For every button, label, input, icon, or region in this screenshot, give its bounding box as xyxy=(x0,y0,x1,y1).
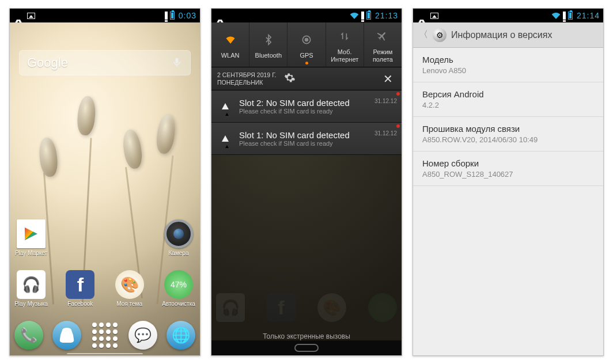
home-indicator xyxy=(67,353,143,355)
unread-dot xyxy=(396,124,400,128)
row-android-version[interactable]: Версия Android 4.2.2 xyxy=(413,82,603,117)
bluetooth-icon xyxy=(259,30,278,50)
toggle-wlan[interactable]: WLAN xyxy=(211,22,249,67)
phone-settings-about: 21:14 〈 ⚙ Информация о версиях Модель Le… xyxy=(413,8,604,356)
battery-icon xyxy=(366,12,371,20)
app-play-market[interactable]: Play Маркет xyxy=(14,219,48,256)
contacts-app-icon[interactable] xyxy=(52,321,81,350)
warning-icon xyxy=(417,12,427,20)
status-bar: 0:03 xyxy=(10,9,200,22)
app-my-theme[interactable]: Моя тема xyxy=(113,270,146,307)
image-icon xyxy=(430,13,438,19)
alert-icon xyxy=(563,12,566,20)
dock xyxy=(14,321,195,350)
settings-button[interactable] xyxy=(284,72,296,85)
settings-header[interactable]: 〈 ⚙ Информация о версиях xyxy=(413,22,603,48)
toggle-label: Режим полета xyxy=(373,48,393,62)
music-icon xyxy=(17,270,46,299)
app-play-music[interactable]: Play Музыка xyxy=(14,270,48,307)
clean-icon: 47% xyxy=(164,270,193,299)
notification-item[interactable]: Slot 1: No SIM card detected Please chec… xyxy=(211,123,402,155)
unread-dot xyxy=(396,92,400,96)
play-store-icon xyxy=(17,219,46,248)
row-model[interactable]: Модель Lenovo A850 xyxy=(413,48,603,82)
google-search-bar[interactable]: Google xyxy=(19,50,191,75)
airplane-icon xyxy=(373,26,392,46)
alert-icon xyxy=(165,12,168,20)
gps-icon xyxy=(297,30,316,50)
date-text: 2 СЕНТЯБРЯ 2019 Г. ПОНЕДЕЛЬНИК xyxy=(217,71,276,85)
facebook-icon: f xyxy=(66,270,94,299)
emergency-calls-text: Только экстренные вызовы xyxy=(211,332,402,340)
svg-point-3 xyxy=(305,39,308,41)
clear-all-button[interactable]: ✕ xyxy=(380,71,396,87)
home-button[interactable] xyxy=(294,344,319,352)
mobile-data-icon xyxy=(335,26,354,46)
app-row-2: Play Музыка f Facebook Моя тема 47% Авто… xyxy=(14,270,195,307)
toggle-gps[interactable]: GPS xyxy=(287,22,326,67)
notification-item[interactable]: Slot 2: No SIM card detected Please chec… xyxy=(211,90,402,123)
indicator-dot xyxy=(305,62,308,65)
svg-rect-0 xyxy=(176,58,179,63)
toggle-airplane[interactable]: Режим полета xyxy=(364,22,402,67)
clock: 21:14 xyxy=(577,11,600,20)
date-row: 2 СЕНТЯБРЯ 2019 Г. ПОНЕДЕЛЬНИК ✕ xyxy=(211,67,402,90)
page-title: Информация о версиях xyxy=(451,30,552,40)
clock: 21:13 xyxy=(375,11,398,20)
alert-icon xyxy=(361,12,364,20)
mic-icon[interactable] xyxy=(171,56,183,70)
camera-icon xyxy=(164,219,193,248)
image-icon xyxy=(27,13,35,19)
app-row-1: Play Маркет Камера xyxy=(14,219,195,256)
clock: 0:03 xyxy=(179,11,196,20)
app-facebook[interactable]: f Facebook xyxy=(63,270,97,307)
quick-toggles: WLAN Bluetooth GPS Моб. Интернет Режим п… xyxy=(211,22,402,67)
toggle-bluetooth[interactable]: Bluetooth xyxy=(249,22,287,67)
wifi-icon xyxy=(350,11,359,21)
warning-icon xyxy=(222,103,229,109)
wallpaper: Google Play Маркет Камера Play Музыка f xyxy=(10,22,200,355)
status-bar: 21:13 xyxy=(211,9,402,22)
about-icon: ⚙ xyxy=(433,28,446,42)
back-icon[interactable]: 〈 xyxy=(419,29,428,41)
wifi-icon xyxy=(551,11,561,21)
nav-bar xyxy=(211,340,402,355)
battery-icon xyxy=(568,12,573,20)
status-bar: 21:14 xyxy=(413,9,603,22)
phone-notification-shade: 21:13 WLAN Bluetooth GPS Моб. Интернет xyxy=(211,8,402,356)
battery-icon xyxy=(170,12,175,20)
phone-app-icon[interactable] xyxy=(14,321,43,350)
search-placeholder: Google xyxy=(27,55,68,70)
palette-icon xyxy=(115,270,144,299)
browser-app-icon[interactable] xyxy=(167,321,195,350)
toggle-label: Моб. Интернет xyxy=(331,48,358,62)
app-autoclean[interactable]: 47% Автоочистка xyxy=(162,270,195,307)
svg-rect-1 xyxy=(176,65,177,67)
toggle-mobile-data[interactable]: Моб. Интернет xyxy=(326,22,364,67)
phone-home-screen: 0:03 Google Play Маркет Камера xyxy=(9,8,200,356)
row-build-number[interactable]: Номер сборки A850_ROW_S128_140627 xyxy=(413,151,603,186)
app-camera[interactable]: Камера xyxy=(162,219,195,256)
app-drawer-button[interactable] xyxy=(90,321,119,350)
row-baseband[interactable]: Прошивка модуля связи A850.ROW.V20, 2014… xyxy=(413,117,603,151)
messages-app-icon[interactable] xyxy=(128,321,157,350)
wifi-icon xyxy=(221,30,240,50)
warning-icon xyxy=(215,12,225,20)
warning-icon xyxy=(13,12,24,20)
warning-icon xyxy=(222,135,229,142)
